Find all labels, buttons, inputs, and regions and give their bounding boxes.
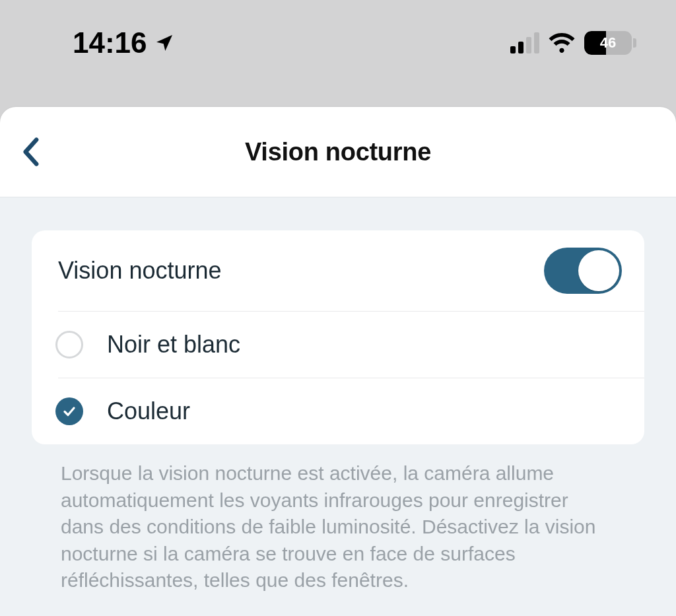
wifi-icon xyxy=(549,33,575,53)
option-label: Noir et blanc xyxy=(107,331,240,359)
sheet-header-bar: Vision nocturne xyxy=(0,107,676,197)
night-vision-toggle-row: Vision nocturne xyxy=(32,230,644,311)
night-vision-label: Vision nocturne xyxy=(58,257,222,285)
radio-checked-icon xyxy=(55,397,83,425)
page-title: Vision nocturne xyxy=(245,138,431,166)
back-button[interactable] xyxy=(11,132,50,172)
help-text: Lorsque la vision nocturne est activée, … xyxy=(32,444,644,594)
option-label: Couleur xyxy=(107,397,190,425)
night-vision-toggle[interactable] xyxy=(544,248,622,294)
battery-icon: 46 xyxy=(584,31,636,55)
location-icon xyxy=(154,32,175,53)
status-bar: 14:16 46 xyxy=(0,26,676,59)
toggle-knob xyxy=(578,250,619,291)
status-bar-right: 46 xyxy=(510,31,636,55)
settings-card: Vision nocturne Noir et blanc Couleur xyxy=(32,230,644,444)
option-color[interactable]: Couleur xyxy=(32,378,644,444)
status-bar-region: 14:16 46 xyxy=(0,0,676,107)
radio-unchecked-icon xyxy=(55,331,83,359)
status-bar-left: 14:16 xyxy=(73,26,175,59)
battery-percent: 46 xyxy=(584,31,632,55)
status-time: 14:16 xyxy=(73,26,147,59)
option-black-white[interactable]: Noir et blanc xyxy=(32,312,644,378)
cellular-icon xyxy=(510,32,539,53)
content-area: Vision nocturne Noir et blanc Couleur Lo… xyxy=(0,197,676,616)
chevron-left-icon xyxy=(22,137,39,166)
